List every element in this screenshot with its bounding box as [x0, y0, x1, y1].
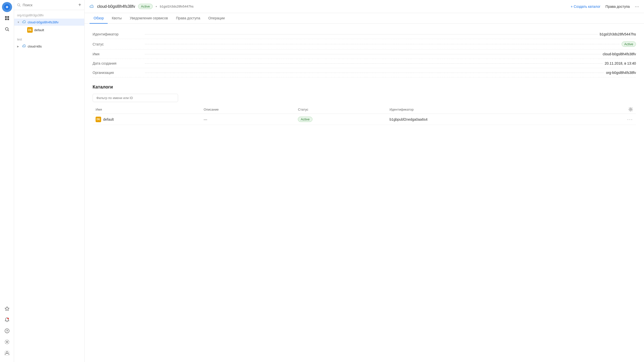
table-cell-status: Active: [295, 114, 386, 125]
svg-point-9: [7, 318, 9, 319]
create-catalog-button[interactable]: + Создать каталог: [571, 5, 600, 9]
sidebar-cloud-k8s-item[interactable]: ▶ cloud-k8s: [14, 43, 84, 50]
sidebar-search-input[interactable]: [23, 3, 76, 7]
field-value-name: cloud-b0gsl8h4fs38fv: [603, 52, 636, 56]
sidebar: + org-b1gsl8h3gs38fv ▼ cloud-b0gsl8h4fs3…: [14, 0, 85, 362]
access-rights-button[interactable]: Права доступа: [606, 5, 630, 9]
field-label-org: Организация: [93, 71, 143, 75]
catalogs-table: Имя Описание Статус Идентификатор: [93, 105, 636, 125]
table-header-row: Имя Описание Статус Идентификатор: [93, 105, 636, 114]
field-dots-org: [145, 73, 604, 73]
sidebar-org2-item[interactable]: test: [14, 36, 84, 43]
table-settings-icon[interactable]: [628, 107, 633, 112]
svg-line-16: [20, 6, 21, 7]
svg-line-8: [8, 30, 9, 31]
org2-name-label: test: [17, 38, 22, 41]
search-button[interactable]: [2, 24, 12, 34]
cloud-name-label: cloud-b0gsl8h4fs38fv: [28, 20, 59, 24]
catalog-filter-input[interactable]: [93, 94, 178, 102]
col-header-settings[interactable]: [583, 105, 636, 114]
svg-rect-5: [5, 18, 7, 20]
col-header-name: Имя: [93, 105, 201, 114]
sidebar-search-bar: +: [14, 0, 84, 10]
field-dots-status: [145, 44, 620, 44]
field-dots-id: [145, 34, 598, 34]
catalog-filter-wrap: [93, 94, 636, 102]
info-row-org: Организация org-b0gsl8h4fs38fv: [93, 68, 636, 77]
field-label-id: Идентификатор: [93, 32, 143, 36]
catalog-badge: DE: [27, 27, 33, 33]
info-row-id: Идентификатор b1gsl1h3ds28fv5447hs: [93, 30, 636, 39]
main-content: cloud-b0gsl8h4fs38fv Active • b1gsl1h3ds…: [85, 0, 644, 362]
col-header-desc: Описание: [201, 105, 295, 114]
org-name-label: org-b1gsl8h3gs38fv: [17, 14, 44, 17]
svg-rect-3: [5, 16, 7, 18]
topbar-more-button[interactable]: ···: [635, 4, 639, 9]
tab-quotas[interactable]: Квоты: [108, 13, 126, 24]
info-row-date: Дата создания 20.11.2018, в 13:40: [93, 59, 636, 68]
topbar-status-badge: Active: [138, 4, 152, 9]
svg-point-2: [6, 6, 8, 8]
table-cell-id: b1gbpubf2nedga0aa6s4: [386, 114, 583, 125]
sidebar-org-item[interactable]: org-b1gsl8h3gs38fv: [14, 12, 84, 19]
field-label-name: Имя: [93, 52, 143, 56]
col-header-id: Идентификатор: [386, 105, 583, 114]
topbar-cloud-name: cloud-b0gsl8h4fs38fv: [97, 4, 135, 9]
topbar-dot: •: [156, 5, 157, 9]
notifications-button[interactable]: [2, 315, 12, 325]
favorites-button[interactable]: [2, 304, 12, 314]
svg-rect-4: [7, 16, 9, 18]
topbar-actions: + Создать каталог Права доступа ···: [571, 4, 639, 9]
svg-point-17: [630, 109, 631, 110]
field-value-date: 20.11.2018, в 13:40: [605, 61, 636, 65]
catalog-name-label: default: [34, 28, 44, 32]
svg-text:?: ?: [6, 329, 8, 333]
field-value-org: org-b0gsl8h4fs38fv: [606, 71, 636, 75]
topbar-cloud-id: b1gsl1h3ds28fv5447hs: [160, 5, 194, 8]
row-name: default: [103, 117, 114, 121]
app-logo-button[interactable]: [2, 2, 12, 12]
info-row-status: Статус Active: [93, 39, 636, 50]
row-description: —: [204, 117, 207, 121]
row-id: b1gbpubf2nedga0aa6s4: [389, 117, 427, 121]
row-badge: DE: [96, 117, 101, 122]
sidebar-add-button[interactable]: +: [78, 2, 81, 8]
help-button[interactable]: ?: [2, 326, 12, 336]
row-status-badge: Active: [298, 117, 312, 122]
table-cell-name: DE default: [93, 114, 201, 125]
sidebar-cloud-item[interactable]: ▼ cloud-b0gsl8h4fs38fv: [14, 19, 84, 26]
sidebar-tree: org-b1gsl8h3gs38fv ▼ cloud-b0gsl8h4fs38f…: [14, 10, 84, 362]
settings-button[interactable]: [2, 337, 12, 347]
info-fields: Идентификатор b1gsl1h3ds28fv5447hs Стату…: [93, 30, 636, 77]
cloud-k8s-icon: [22, 44, 26, 48]
tabs-bar: Обзор Квоты Уведомления сервисов Права д…: [85, 13, 644, 24]
cloud-k8s-label: cloud-k8s: [28, 44, 42, 48]
svg-point-12: [6, 341, 8, 343]
field-value-id: b1gsl1h3ds28fv5447hs: [600, 32, 636, 36]
table-row: DE default — Active b1gbpubf2nedga0aa6s4: [93, 114, 636, 125]
row-more-button[interactable]: ···: [627, 116, 633, 122]
col-header-status: Статус: [295, 105, 386, 114]
topbar-cloud-icon: [90, 4, 94, 9]
svg-rect-6: [7, 18, 9, 20]
chevron-down-icon: ▼: [17, 21, 21, 24]
tab-operations[interactable]: Операции: [204, 13, 229, 24]
app-grid-button[interactable]: [2, 13, 12, 23]
tab-overview[interactable]: Обзор: [90, 13, 108, 24]
cloud-icon: [22, 20, 26, 24]
field-label-date: Дата создания: [93, 61, 143, 65]
sidebar-catalog-item[interactable]: DE default: [14, 26, 84, 34]
field-dots-name: [145, 54, 601, 54]
tab-notifications[interactable]: Уведомления сервисов: [126, 13, 172, 24]
tab-access[interactable]: Права доступа: [172, 13, 204, 24]
user-button[interactable]: [2, 348, 12, 358]
field-label-status: Статус: [93, 42, 143, 46]
chevron-right-icon: ▶: [17, 45, 21, 48]
table-cell-more[interactable]: ···: [583, 114, 636, 125]
topbar: cloud-b0gsl8h4fs38fv Active • b1gsl1h3ds…: [85, 0, 644, 13]
catalogs-section-title: Каталоги: [93, 84, 636, 90]
sidebar-search-icon: [17, 3, 21, 7]
catalogs-section: Каталоги Имя Описание Статус Идентификат…: [93, 84, 636, 125]
main-content-area: Идентификатор b1gsl1h3ds28fv5447hs Стату…: [85, 24, 644, 362]
field-dots-date: [145, 63, 603, 64]
